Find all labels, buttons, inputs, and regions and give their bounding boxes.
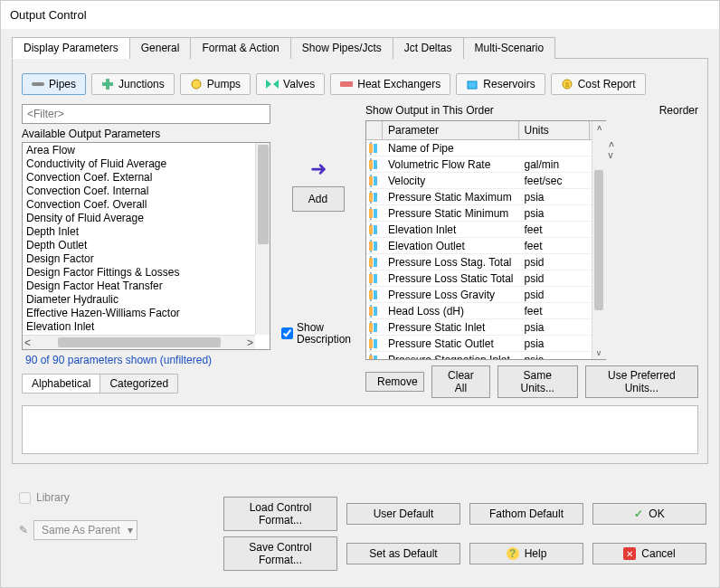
- output-grid[interactable]: Parameter Units ʌ Name of PipeVolumetric…: [365, 120, 606, 360]
- user-default-button[interactable]: User Default: [346, 503, 460, 525]
- reorder-down-icon[interactable]: v: [609, 150, 614, 160]
- use-preferred-units-button[interactable]: Use Preferred Units...: [585, 365, 698, 398]
- svg-rect-29: [374, 290, 377, 299]
- cell-parameter: Pressure Static Outlet: [383, 337, 519, 350]
- table-row[interactable]: Head Loss (dH)feetv: [366, 303, 606, 319]
- tab-general[interactable]: General: [129, 37, 192, 59]
- show-description-checkbox[interactable]: Show Description: [281, 322, 355, 346]
- toolbar-reservoirs[interactable]: Reservoirs: [456, 73, 545, 95]
- reorder-label: Reorder: [659, 104, 698, 117]
- tab-display-parameters[interactable]: Display Parameters: [12, 37, 130, 59]
- scrollbar-horizontal[interactable]: <>: [23, 335, 255, 349]
- tab-format-action[interactable]: Format & Action: [190, 37, 290, 59]
- list-item[interactable]: Depth Inlet: [26, 225, 266, 239]
- add-arrow-icon: ➜: [310, 157, 327, 181]
- list-item[interactable]: Depth Outlet: [26, 239, 266, 252]
- svg-rect-16: [369, 193, 373, 202]
- row-icon: [366, 353, 383, 360]
- clear-all-button[interactable]: Clear All: [431, 365, 490, 398]
- table-row[interactable]: Pressure Static Maximumpsiav: [366, 189, 606, 205]
- table-row[interactable]: Pressure Loss Stag. Totalpsidv: [366, 254, 606, 270]
- window-title: Output Control: [1, 1, 719, 29]
- ok-button[interactable]: ✓OK: [592, 503, 706, 525]
- scrollbar-vertical[interactable]: [255, 143, 270, 335]
- subtab-categorized[interactable]: Categorized: [99, 374, 178, 394]
- col-units[interactable]: Units: [519, 121, 590, 139]
- toolbar-heat-exchangers[interactable]: Heat Exchangers: [330, 73, 450, 95]
- cell-unit: psia: [519, 337, 590, 350]
- list-item[interactable]: Convection Coef. Overall: [26, 198, 266, 212]
- toolbar-pipes[interactable]: Pipes: [22, 73, 86, 95]
- cell-parameter: Velocity: [383, 175, 519, 187]
- table-row[interactable]: Elevation Inletfeetv: [366, 222, 606, 238]
- filter-input[interactable]: [22, 104, 270, 124]
- table-row[interactable]: Pressure Static Outletpsiav: [366, 336, 606, 352]
- list-item[interactable]: Design Factor Fittings & Losses: [26, 266, 266, 280]
- toolbar-junctions[interactable]: Junctions: [91, 73, 175, 95]
- cancel-button[interactable]: ✕Cancel: [592, 543, 706, 564]
- set-as-default-button[interactable]: Set as Default: [346, 543, 460, 564]
- svg-rect-13: [374, 160, 377, 169]
- cell-parameter: Pressure Stagnation Inlet: [383, 354, 519, 361]
- table-row[interactable]: Velocityfeet/secv: [366, 173, 606, 189]
- list-item[interactable]: Density of Fluid Average: [26, 212, 266, 225]
- toolbar-pumps[interactable]: Pumps: [180, 73, 251, 95]
- table-row[interactable]: Volumetric Flow Rategal/minv: [366, 156, 606, 173]
- table-row[interactable]: Pressure Loss Gravitypsidv: [366, 287, 606, 303]
- add-button[interactable]: Add: [292, 186, 345, 212]
- list-item[interactable]: Elevation Inlet: [26, 320, 266, 334]
- svg-rect-36: [369, 356, 373, 360]
- list-item[interactable]: Diameter Hydraulic: [26, 293, 266, 307]
- subtab-alphabetical[interactable]: Alphabetical: [22, 374, 100, 394]
- row-icon: [366, 337, 383, 351]
- save-control-format-button[interactable]: Save Control Format...: [223, 536, 337, 571]
- svg-marker-4: [266, 80, 271, 89]
- svg-rect-30: [369, 307, 373, 316]
- svg-rect-28: [369, 290, 373, 299]
- svg-rect-12: [369, 160, 373, 169]
- same-units-button[interactable]: Same Units...: [497, 365, 578, 398]
- grid-scrollbar[interactable]: ʌv: [592, 121, 606, 359]
- list-item[interactable]: Design Factor: [26, 252, 266, 266]
- cell-parameter: Pressure Static Minimum: [383, 207, 519, 220]
- list-item[interactable]: Effective Hazen-Williams Factor: [26, 307, 266, 320]
- svg-rect-23: [374, 242, 377, 251]
- toolbar-valves[interactable]: Valves: [256, 73, 325, 95]
- help-button[interactable]: ?Help: [469, 543, 583, 564]
- svg-rect-17: [374, 193, 377, 202]
- table-row[interactable]: Elevation Outletfeetv: [366, 238, 606, 254]
- list-item[interactable]: Conductivity of Fluid Average: [26, 157, 266, 171]
- tab-show-pipes-jcts[interactable]: Show Pipes/Jcts: [290, 37, 393, 59]
- table-row[interactable]: Name of Pipe: [366, 140, 606, 156]
- same-as-parent-dropdown[interactable]: Same As Parent: [33, 520, 137, 540]
- cell-unit: psia: [519, 191, 590, 204]
- tab-multi-scenario[interactable]: Multi-Scenario: [463, 37, 556, 59]
- tab-jct-deltas[interactable]: Jct Deltas: [393, 37, 464, 59]
- check-icon: ✓: [634, 507, 643, 520]
- table-row[interactable]: Pressure Static Minimumpsiav: [366, 205, 606, 222]
- table-row[interactable]: Pressure Stagnation Inletpsiav: [366, 352, 606, 360]
- svg-rect-25: [374, 258, 377, 267]
- cell-unit: feet: [519, 305, 590, 318]
- fathom-default-button[interactable]: Fathom Default: [469, 503, 583, 525]
- list-item[interactable]: Convection Coef. Internal: [26, 185, 266, 198]
- cell-unit: psia: [519, 321, 590, 334]
- list-item[interactable]: Area Flow: [26, 144, 266, 157]
- cell-parameter: Pressure Loss Static Total: [383, 272, 519, 285]
- table-row[interactable]: Pressure Static Inletpsiav: [366, 319, 606, 336]
- reorder-up-icon[interactable]: ʌ: [609, 138, 614, 148]
- svg-marker-5: [273, 80, 279, 89]
- svg-rect-31: [374, 307, 377, 316]
- row-icon: [366, 157, 383, 172]
- toolbar-cost-report[interactable]: $Cost Report: [551, 73, 646, 95]
- description-box: [22, 405, 698, 454]
- list-item[interactable]: Convection Coef. External: [26, 171, 266, 185]
- remove-button[interactable]: Remove: [365, 372, 424, 392]
- col-parameter[interactable]: Parameter: [383, 121, 519, 139]
- table-row[interactable]: Pressure Loss Static Totalpsidv: [366, 270, 606, 287]
- available-params-list[interactable]: Area FlowConductivity of Fluid AverageCo…: [22, 142, 270, 350]
- svg-rect-21: [374, 225, 377, 234]
- load-control-format-button[interactable]: Load Control Format...: [223, 497, 337, 531]
- svg-rect-11: [374, 144, 377, 153]
- list-item[interactable]: Design Factor Heat Transfer: [26, 280, 266, 293]
